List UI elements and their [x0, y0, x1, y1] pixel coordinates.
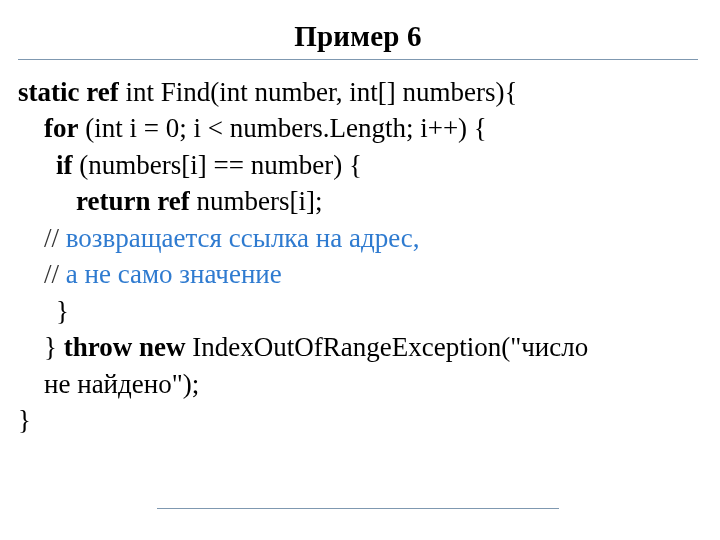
page-title: Пример 6: [18, 20, 698, 53]
code-text: }: [18, 405, 31, 435]
code-line: }: [18, 402, 698, 438]
slide: Пример 6 static ref int Find(int number,…: [0, 0, 720, 540]
code-text: int Find(int number, int[] numbers){: [119, 77, 518, 107]
code-text: (int i = 0; i < numbers.Length; i++) {: [78, 113, 486, 143]
code-line: // возвращается ссылка на адрес,: [18, 220, 698, 256]
code-line: return ref numbers[i];: [18, 183, 698, 219]
keyword-return-ref: return ref: [76, 186, 190, 216]
comment-text: возвращается ссылка на адрес,: [66, 223, 420, 253]
comment-marker: //: [44, 259, 66, 289]
code-line: // а не само значение: [18, 256, 698, 292]
divider-bottom: [157, 508, 558, 509]
code-text: (numbers[i] == number) {: [73, 150, 362, 180]
code-line: if (numbers[i] == number) {: [18, 147, 698, 183]
code-line: static ref int Find(int number, int[] nu…: [18, 74, 698, 110]
code-text: IndexOutOfRangeException("число: [185, 332, 588, 362]
code-text: не найдено");: [18, 366, 199, 402]
divider-top: [18, 59, 698, 60]
keyword-if: if: [56, 150, 73, 180]
keyword-for: for: [44, 113, 78, 143]
code-text: }: [18, 293, 69, 329]
code-line: }: [18, 293, 698, 329]
code-block: static ref int Find(int number, int[] nu…: [18, 74, 698, 438]
code-text: }: [44, 332, 64, 362]
comment-text: а не само значение: [66, 259, 282, 289]
code-line: for (int i = 0; i < numbers.Length; i++)…: [18, 110, 698, 146]
keyword-static-ref: static ref: [18, 77, 119, 107]
code-text: numbers[i];: [190, 186, 323, 216]
code-line: не найдено");: [18, 366, 698, 402]
keyword-throw-new: throw new: [64, 332, 186, 362]
comment-marker: //: [44, 223, 66, 253]
code-line: } throw new IndexOutOfRangeException("чи…: [18, 329, 698, 365]
